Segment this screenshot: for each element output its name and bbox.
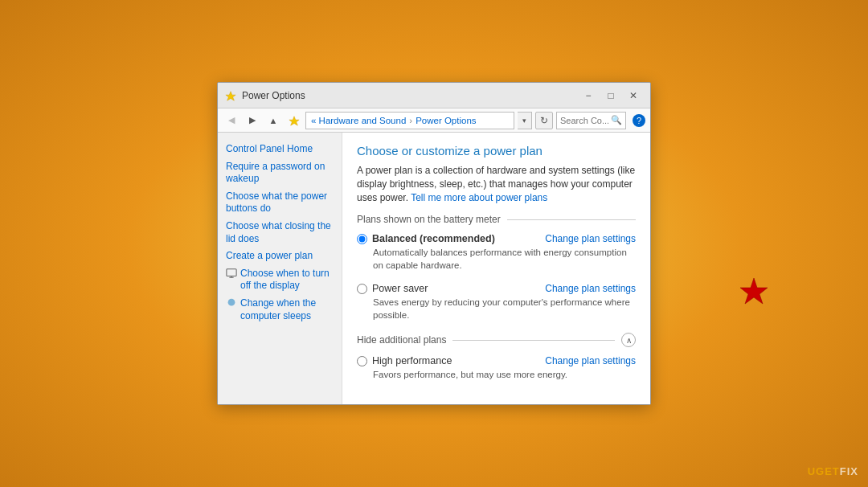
main-panel: Choose or customize a power plan A power… (342, 133, 650, 404)
additional-plans-section: Hide additional plans ∧ (357, 333, 636, 347)
sidebar-item-closing-lid[interactable]: Choose what closing the lid does (218, 218, 342, 248)
sidebar-item-require-password[interactable]: Require a password on wakeup (218, 158, 342, 188)
tell-me-more-link[interactable]: Tell me more about power plans (411, 192, 547, 203)
back-button[interactable]: ◀ (223, 112, 240, 129)
plan-desc-balanced: Automatically balances performance with … (373, 247, 636, 272)
sidebar-item-turn-off-display[interactable]: Choose when to turn off the display (218, 265, 342, 295)
window-title: Power Options (242, 90, 578, 101)
maximize-button[interactable]: □ (600, 88, 621, 104)
sidebar-item-create-plan[interactable]: Create a power plan (218, 248, 342, 265)
plan-name-power-saver: Power saver (372, 283, 428, 294)
up-button[interactable]: ▲ (264, 112, 282, 129)
breadcrumb: « Hardware and Sound › Power Options (305, 112, 514, 129)
change-plan-high-performance[interactable]: Change plan settings (545, 355, 636, 366)
change-plan-power-saver[interactable]: Change plan settings (545, 283, 636, 294)
battery-meter-section: Plans shown on the battery meter (357, 214, 636, 225)
search-input[interactable] (560, 116, 608, 125)
radio-balanced[interactable] (357, 234, 367, 244)
divider-line-2 (452, 340, 615, 341)
breadcrumb-dropdown-button[interactable]: ▾ (518, 112, 532, 129)
page-title: Choose or customize a power plan (357, 144, 636, 158)
close-button[interactable]: ✕ (623, 88, 644, 104)
refresh-button[interactable]: ↻ (535, 112, 553, 129)
window-icon (224, 89, 237, 102)
plan-high-performance: High performance Change plan settings Fa… (357, 355, 636, 382)
hide-additional-label: Hide additional plans (357, 334, 446, 346)
plan-desc-power-saver: Saves energy by reducing your computer's… (373, 297, 636, 321)
breadcrumb-power-options[interactable]: Power Options (416, 116, 476, 125)
plan-name-balanced: Balanced (recommended) (372, 233, 495, 244)
svg-marker-5 (740, 278, 768, 304)
sleep-icon (226, 297, 237, 309)
plan-balanced: Balanced (recommended) Change plan setti… (357, 233, 636, 272)
star-annotation (738, 275, 770, 307)
svg-rect-2 (227, 269, 236, 276)
help-button[interactable]: ? (633, 114, 645, 127)
forward-button[interactable]: ▶ (244, 112, 261, 129)
content-area: Control Panel Home Require a password on… (218, 133, 650, 404)
title-bar: Power Options − □ ✕ (218, 83, 650, 108)
breadcrumb-hardware-sound[interactable]: « Hardware and Sound (311, 116, 406, 125)
sidebar-item-computer-sleeps[interactable]: Change when the computer sleeps (218, 295, 342, 325)
svg-marker-1 (289, 116, 299, 125)
section-label: Plans shown on the battery meter (357, 214, 501, 225)
radio-power-saver[interactable] (357, 284, 367, 294)
display-icon (226, 268, 237, 279)
plan-desc-high-performance: Favors performance, but may use more ene… (373, 369, 636, 382)
address-bar: ◀ ▶ ▲ « Hardware and Sound › Power Optio… (218, 108, 650, 133)
sidebar-item-power-buttons[interactable]: Choose what the power buttons do (218, 188, 342, 218)
radio-high-performance[interactable] (357, 356, 367, 366)
change-plan-balanced[interactable]: Change plan settings (545, 233, 636, 244)
divider-line (507, 219, 636, 220)
plan-power-saver: Power saver Change plan settings Saves e… (357, 283, 636, 321)
search-icon[interactable]: 🔍 (611, 115, 622, 125)
description: A power plan is a collection of hardware… (357, 164, 636, 204)
window-controls: − □ ✕ (578, 88, 644, 104)
sidebar-item-control-panel-home[interactable]: Control Panel Home (218, 141, 342, 158)
watermark: UGETFIX (808, 465, 858, 477)
chevron-up-icon[interactable]: ∧ (621, 333, 636, 347)
search-box: 🔍 (556, 112, 626, 129)
sidebar: Control Panel Home Require a password on… (218, 133, 342, 404)
plan-name-high-performance: High performance (372, 355, 452, 366)
svg-marker-0 (226, 91, 235, 100)
power-options-window: Power Options − □ ✕ ◀ ▶ ▲ « Hardware and… (217, 82, 651, 405)
minimize-button[interactable]: − (578, 88, 599, 104)
